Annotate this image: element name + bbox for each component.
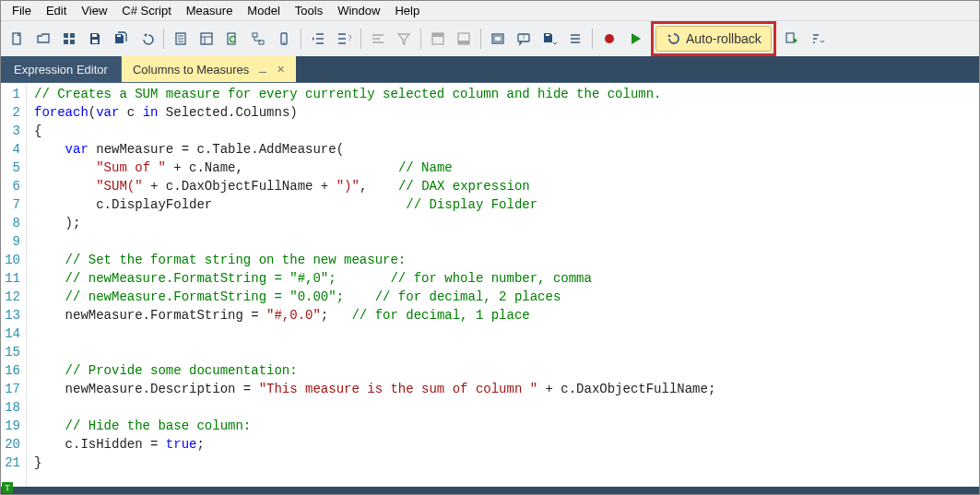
header-icon[interactable]: [425, 26, 451, 52]
svg-marker-43: [632, 33, 641, 44]
frame-icon[interactable]: [485, 26, 511, 52]
footer-icon[interactable]: [451, 26, 477, 52]
svg-point-42: [605, 34, 614, 43]
undo-icon[interactable]: [134, 26, 159, 52]
tab-row: Expression Editor Columns to Measures ⚊ …: [1, 56, 979, 82]
menu-help[interactable]: Help: [387, 2, 427, 19]
tab-label: Columns to Measures: [133, 63, 249, 77]
svg-rect-16: [253, 33, 257, 37]
auto-rollback-button[interactable]: Auto-rollback: [655, 26, 772, 52]
menubar: FileEditViewC# ScriptMeasureModelToolsWi…: [1, 1, 979, 21]
code-line[interactable]: newMeasure.FormatString = "#,0.0"; // fo…: [34, 306, 715, 324]
code-line[interactable]: "SUM(" + c.DaxObjectFullName + ")", // D…: [34, 177, 715, 195]
diagram-icon[interactable]: [245, 26, 271, 52]
code-line[interactable]: var newMeasure = c.Table.AddMeasure(: [34, 140, 715, 159]
svg-rect-35: [494, 36, 502, 41]
svg-point-19: [283, 41, 285, 43]
script-next-icon[interactable]: [779, 26, 805, 52]
outdent-icon[interactable]: [305, 26, 331, 52]
toolbar: ?!Auto-rollback: [1, 21, 979, 56]
editor-area: 123456789101112131415161718192021 // Cre…: [1, 82, 979, 487]
line-number: 15: [3, 343, 20, 361]
code-line[interactable]: "Sum of " + c.Name, // Name: [34, 159, 715, 177]
save-dropdown-icon[interactable]: [537, 26, 562, 52]
toolbar-separator: [480, 29, 481, 49]
line-number: 20: [3, 435, 20, 454]
new-file-icon[interactable]: [5, 26, 30, 52]
menu-measure[interactable]: Measure: [179, 2, 241, 19]
code-line[interactable]: // Set the format string on the new meas…: [34, 251, 715, 269]
code-line[interactable]: [34, 324, 715, 343]
tab-columns-to-measures[interactable]: Columns to Measures ⚊ ✕: [122, 56, 296, 82]
line-number: 9: [3, 232, 20, 251]
sort-dropdown-icon[interactable]: [805, 26, 831, 52]
play-icon[interactable]: [622, 26, 648, 52]
menu-window[interactable]: Window: [330, 2, 387, 19]
line-number: 14: [3, 324, 20, 343]
filter-icon[interactable]: [391, 26, 417, 52]
code-line[interactable]: foreach(var c in Selected.Columns): [34, 103, 715, 122]
toolbar-separator: [360, 29, 361, 49]
line-number: 1: [3, 85, 20, 103]
menu-tools[interactable]: Tools: [288, 2, 330, 19]
close-icon[interactable]: ✕: [277, 64, 285, 76]
refresh-doc-icon[interactable]: [219, 26, 245, 52]
svg-text:T: T: [5, 483, 10, 492]
svg-rect-31: [432, 33, 443, 37]
indent-question-icon[interactable]: ?: [331, 26, 357, 52]
line-number: 4: [3, 140, 20, 159]
svg-rect-15: [228, 33, 235, 44]
code-line[interactable]: newMeasure.Description = "This measure i…: [34, 380, 715, 398]
line-number: 5: [3, 159, 20, 177]
comment-icon[interactable]: !: [511, 26, 537, 52]
toolbar-separator: [163, 29, 164, 49]
line-number: 6: [3, 177, 20, 195]
svg-rect-7: [117, 35, 121, 37]
align-icon[interactable]: [365, 26, 391, 52]
code-line[interactable]: // Provide some documentation:: [34, 361, 715, 380]
code-line[interactable]: // Hide the base column:: [34, 417, 715, 435]
code-line[interactable]: // newMeasure.FormatString = "#,0"; // f…: [34, 269, 715, 288]
code-line[interactable]: );: [34, 214, 715, 232]
line-number: 19: [3, 417, 20, 435]
code-line[interactable]: [34, 398, 715, 417]
code-editor[interactable]: 123456789101112131415161718192021 // Cre…: [1, 83, 979, 487]
pin-icon[interactable]: ⚊: [258, 64, 267, 76]
code-line[interactable]: }: [34, 454, 715, 472]
code-line[interactable]: {: [34, 122, 715, 140]
save-all-icon[interactable]: [108, 26, 134, 52]
code-line[interactable]: c.DisplayFolder // Display Folder: [34, 195, 715, 214]
save-icon[interactable]: [82, 26, 108, 52]
page-icon[interactable]: [168, 26, 194, 52]
tiles-icon[interactable]: [56, 26, 82, 52]
menu-edit[interactable]: Edit: [39, 2, 74, 19]
menu-c-script[interactable]: C# Script: [114, 2, 178, 19]
line-number: 21: [3, 454, 20, 472]
layout-icon[interactable]: [194, 26, 219, 52]
status-bar: [1, 487, 979, 494]
menu-model[interactable]: Model: [240, 2, 287, 19]
bars-icon[interactable]: [562, 26, 588, 52]
menu-view[interactable]: View: [74, 2, 114, 19]
svg-rect-38: [546, 34, 549, 36]
toolbar-separator: [420, 29, 421, 49]
corner-badge-icon: T: [2, 482, 13, 493]
panel-title: Expression Editor: [1, 56, 122, 82]
svg-rect-44: [786, 33, 794, 42]
code-line[interactable]: // Creates a SUM measure for every curre…: [34, 85, 715, 103]
line-number: 2: [3, 103, 20, 122]
code-line[interactable]: c.IsHidden = true;: [34, 435, 715, 454]
menu-file[interactable]: File: [5, 2, 39, 19]
svg-rect-5: [92, 34, 97, 37]
line-number: 12: [3, 288, 20, 306]
code-line[interactable]: [34, 232, 715, 251]
code-line[interactable]: [34, 343, 715, 361]
code-content[interactable]: // Creates a SUM measure for every curre…: [27, 83, 715, 487]
line-number: 8: [3, 214, 20, 232]
line-number: 18: [3, 398, 20, 417]
phone-icon[interactable]: [271, 26, 297, 52]
code-line[interactable]: // newMeasure.FormatString = "0.00"; // …: [34, 288, 715, 306]
record-icon[interactable]: [596, 26, 622, 52]
svg-text:?: ?: [348, 34, 351, 42]
open-folder-icon[interactable]: [30, 26, 56, 52]
